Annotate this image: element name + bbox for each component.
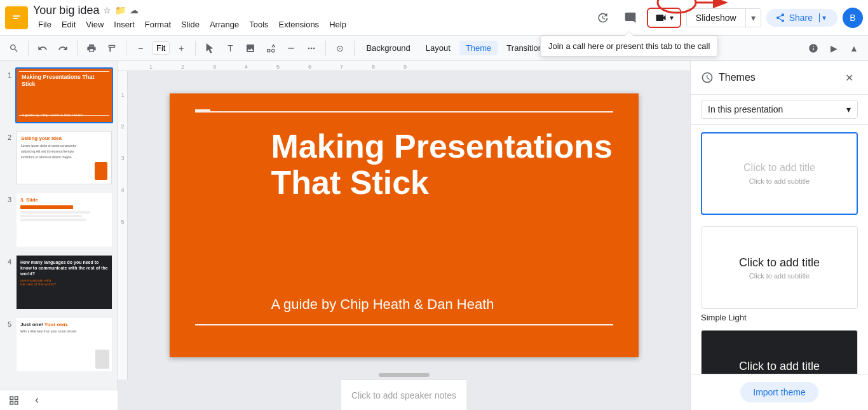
- svg-text:3: 3: [213, 64, 216, 70]
- tooltip-arrow: [624, 31, 634, 36]
- menu-extensions[interactable]: Extensions: [274, 17, 325, 32]
- slide-thumb-1[interactable]: 1 Making Presentations That Stick A guid…: [3, 66, 114, 125]
- theme-preview-simple-light[interactable]: Click to add title Click to add subtitle: [701, 226, 858, 309]
- themes-header: Themes ✕: [691, 61, 868, 95]
- themes-panel-title: Themes: [719, 72, 756, 83]
- slideshow-dropdown-icon[interactable]: ▾: [746, 9, 761, 27]
- zoom-select[interactable]: Fit: [152, 41, 170, 55]
- slide-subtitle[interactable]: A guide by Chip Heath & Dan Heath: [271, 296, 613, 313]
- themes-dropdown[interactable]: In this presentation ▾: [701, 100, 858, 119]
- slide-line-top: [195, 111, 613, 113]
- toolbar: − Fit + T ⊙ Background Layout Theme Tran…: [0, 36, 868, 61]
- theme-card-simple-dark[interactable]: Click to add title Click to add subtitle…: [701, 330, 858, 374]
- import-theme-button[interactable]: Import theme: [740, 382, 818, 402]
- collapse-sidebar-button[interactable]: [28, 392, 46, 409]
- layout-button[interactable]: Layout: [419, 41, 457, 55]
- menu-file[interactable]: File: [33, 17, 57, 32]
- paint-format-button[interactable]: [103, 39, 121, 57]
- ruler-horizontal: 1 2 3 4 5 6 7 8 9: [118, 61, 690, 71]
- lasso-button[interactable]: ⊙: [331, 39, 349, 57]
- tooltip-text: Join a call here or present this tab to …: [548, 41, 710, 51]
- menu-format[interactable]: Format: [140, 17, 176, 32]
- menu-slide[interactable]: Slide: [176, 17, 205, 32]
- cloud-icon[interactable]: ☁: [130, 5, 139, 15]
- slide-thumb-4[interactable]: 4 How many languages do you need to know…: [3, 253, 114, 311]
- svg-text:7: 7: [340, 64, 343, 70]
- separator-6: [354, 41, 355, 56]
- slide-thumb-2[interactable]: 2 Selling your Idea Lorem ipsum dolor si…: [3, 128, 114, 187]
- slide-preview-2[interactable]: Selling your Idea Lorem ipsum dolor sit …: [15, 130, 113, 186]
- share-button[interactable]: Share ▾: [766, 9, 837, 27]
- theme-name-simple-light: Simple Light: [701, 313, 858, 322]
- svg-text:6: 6: [308, 64, 311, 70]
- history-button[interactable]: [591, 6, 614, 29]
- app-logo[interactable]: [5, 6, 28, 29]
- slide-canvas[interactable]: Making Presentations That Stick A guide …: [118, 71, 690, 379]
- themes-title: Themes: [701, 71, 756, 84]
- share-dropdown-icon[interactable]: ▾: [819, 13, 829, 22]
- svg-text:5: 5: [276, 64, 280, 70]
- slideshow-button[interactable]: Slideshow ▾: [686, 8, 761, 27]
- theme-current-subtitle: Click to add subtitle: [749, 177, 810, 185]
- themes-close-button[interactable]: ✕: [840, 69, 858, 86]
- slide-num-3: 3: [4, 196, 15, 203]
- menu-tools[interactable]: Tools: [244, 17, 273, 32]
- speaker-notes[interactable]: Click to add speaker notes: [341, 379, 466, 410]
- image-button[interactable]: [241, 39, 259, 57]
- slide-title[interactable]: Making Presentations That Stick: [271, 128, 639, 201]
- thumb-title-1: Making Presentations That Stick: [22, 74, 107, 88]
- background-button[interactable]: Background: [360, 41, 416, 55]
- theme-dark-title: Click to add title: [739, 360, 820, 373]
- slide-preview-1[interactable]: Making Presentations That Stick A guide …: [15, 67, 113, 123]
- print-button[interactable]: [83, 39, 100, 57]
- search-button[interactable]: [5, 39, 23, 57]
- cursor-button[interactable]: [201, 39, 219, 57]
- svg-rect-1: [13, 15, 20, 17]
- line-button[interactable]: [282, 39, 300, 57]
- accessibility-button[interactable]: [804, 39, 822, 57]
- slide-num-2: 2: [4, 133, 15, 141]
- main-slide[interactable]: Making Presentations That Stick A guide …: [170, 93, 639, 357]
- theme-preview-simple-dark[interactable]: Click to add title Click to add subtitle: [701, 330, 858, 374]
- separator-2: [77, 41, 78, 56]
- present-button[interactable]: ▶: [825, 39, 843, 57]
- theme-card-current[interactable]: Click to add title Click to add subtitle: [701, 132, 858, 219]
- textbox-button[interactable]: T: [221, 39, 239, 57]
- zoom-decrease-button[interactable]: −: [132, 39, 149, 57]
- grid-view-button[interactable]: [5, 392, 23, 409]
- more-shapes-button[interactable]: [302, 39, 320, 57]
- doc-title[interactable]: Your big idea: [33, 4, 99, 17]
- menu-insert[interactable]: Insert: [109, 17, 140, 32]
- slide-preview-5[interactable]: Just one! Your own. With a little help f…: [15, 317, 113, 372]
- slide-preview-4[interactable]: How many languages do you need to know t…: [15, 254, 113, 310]
- folder-icon[interactable]: 📁: [115, 5, 126, 15]
- collapse-toolbar-button[interactable]: ▲: [845, 39, 863, 57]
- slide-num-4: 4: [4, 258, 15, 266]
- theme-current-title: Click to add title: [743, 162, 815, 174]
- comment-button[interactable]: [619, 6, 642, 29]
- slide-thumb-5[interactable]: 5 Just one! Your own. With a little help…: [3, 315, 114, 374]
- theme-button[interactable]: Theme: [459, 41, 498, 55]
- menu-edit[interactable]: Edit: [57, 17, 81, 32]
- scrollbar-horizontal[interactable]: [379, 373, 430, 377]
- theme-preview-current[interactable]: Click to add title Click to add subtitle: [701, 132, 858, 215]
- share-label[interactable]: Share: [789, 13, 813, 23]
- menu-help[interactable]: Help: [324, 17, 351, 32]
- top-bar: Your big idea ☆ 📁 ☁ File Edit View Inser…: [0, 0, 868, 36]
- slide-preview-3[interactable]: 3. Slide: [15, 192, 113, 248]
- slideshow-label[interactable]: Slideshow: [687, 9, 746, 27]
- user-avatar[interactable]: B: [843, 8, 863, 28]
- zoom-increase-button[interactable]: +: [172, 39, 190, 57]
- slide-thumb-3[interactable]: 3 3. Slide: [3, 191, 114, 249]
- themes-footer: Import theme: [691, 374, 868, 410]
- separator-3: [126, 41, 126, 56]
- menu-arrange[interactable]: Arrange: [205, 17, 244, 32]
- undo-button[interactable]: [34, 39, 51, 57]
- shapes-button[interactable]: [262, 39, 280, 57]
- star-icon[interactable]: ☆: [103, 5, 111, 15]
- theme-card-simple-light[interactable]: Click to add title Click to add subtitle…: [701, 226, 858, 322]
- meet-button[interactable]: ▾: [647, 8, 681, 28]
- theme-light-title: Click to add title: [739, 256, 820, 270]
- menu-view[interactable]: View: [81, 17, 109, 32]
- redo-button[interactable]: [54, 39, 72, 57]
